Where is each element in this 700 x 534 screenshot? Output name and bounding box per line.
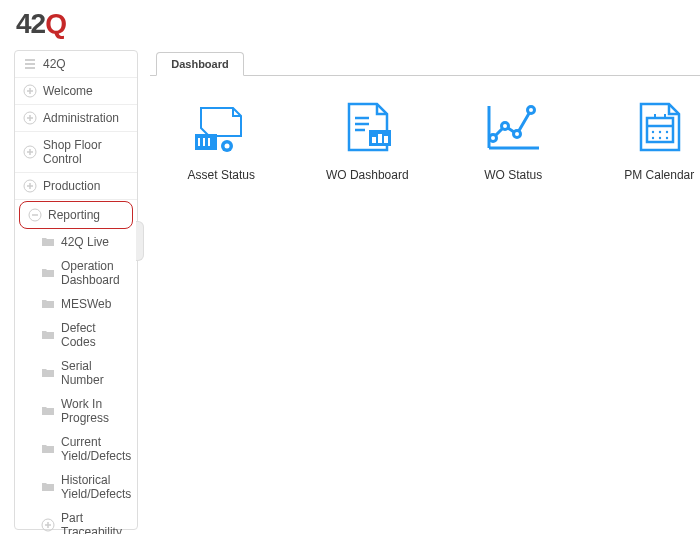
plus-icon — [23, 111, 37, 125]
content-area: Dashboard Asset Status — [138, 50, 700, 534]
sidebar-item-reporting[interactable]: Reporting — [19, 201, 133, 229]
sidebar-item-label: Welcome — [43, 84, 93, 98]
svg-point-54 — [666, 137, 668, 139]
svg-point-52 — [652, 137, 654, 139]
folder-icon — [41, 297, 55, 311]
tile-label: WO Status — [458, 168, 568, 182]
folder-icon — [41, 480, 55, 494]
sidebar-sub-serial-number[interactable]: Serial Number — [35, 354, 137, 392]
brand-part-2: Q — [45, 8, 66, 39]
tile-wo-dashboard[interactable]: WO Dashboard — [312, 100, 422, 182]
tab-dashboard[interactable]: Dashboard — [156, 52, 243, 76]
folder-icon — [41, 366, 55, 380]
sidebar-sub-operation-dashboard[interactable]: Operation Dashboard — [35, 254, 137, 292]
sidebar-item-administration[interactable]: Administration — [15, 105, 137, 132]
wo-dashboard-icon — [335, 100, 399, 156]
wo-status-icon — [481, 100, 545, 156]
plus-icon — [23, 145, 37, 159]
svg-point-44 — [528, 107, 535, 114]
sidebar-item-label: 42Q Live — [61, 235, 109, 249]
sidebar-item-label: Operation Dashboard — [61, 259, 131, 287]
folder-icon — [41, 266, 55, 280]
folder-icon — [41, 328, 55, 342]
svg-point-53 — [659, 137, 661, 139]
sidebar-item-welcome[interactable]: Welcome — [15, 78, 137, 105]
folder-icon — [41, 235, 55, 249]
sidebar-sub-42q-live[interactable]: 42Q Live — [35, 230, 137, 254]
svg-point-42 — [502, 123, 509, 130]
sidebar-sub-part-traceability[interactable]: Part Traceability — [35, 506, 137, 534]
sidebar-item-label: MESWeb — [61, 297, 111, 311]
sidebar-item-root[interactable]: 42Q — [15, 51, 137, 78]
svg-rect-36 — [372, 137, 376, 143]
svg-rect-37 — [378, 134, 382, 143]
svg-point-31 — [225, 144, 230, 149]
tile-wo-status[interactable]: WO Status — [458, 100, 568, 182]
sidebar-sub-historical-yield[interactable]: Historical Yield/Defects — [35, 468, 137, 506]
brand-logo: 42Q — [16, 8, 684, 40]
minus-icon — [28, 208, 42, 222]
sidebar-sub-mesweb[interactable]: MESWeb — [35, 292, 137, 316]
sidebar-item-label: Shop Floor Control — [43, 138, 129, 166]
pm-calendar-icon — [627, 100, 691, 156]
brand-part-1: 42 — [16, 8, 45, 39]
sidebar-item-label: Reporting — [48, 208, 100, 222]
sidebar-item-label: 42Q — [43, 57, 66, 71]
tile-asset-status[interactable]: Asset Status — [166, 100, 276, 182]
tile-label: Asset Status — [166, 168, 276, 182]
tile-label: PM Calendar — [604, 168, 700, 182]
tab-bar: Dashboard — [150, 52, 700, 76]
sidebar-reporting-children: 42Q Live Operation Dashboard MESWeb Defe… — [15, 230, 137, 534]
sidebar-item-label: Production — [43, 179, 100, 193]
svg-point-51 — [666, 131, 668, 133]
sidebar-sub-current-yield[interactable]: Current Yield/Defects — [35, 430, 137, 468]
svg-point-41 — [490, 135, 497, 142]
list-icon — [23, 57, 37, 71]
sidebar-sub-work-in-progress[interactable]: Work In Progress — [35, 392, 137, 430]
sidebar-item-label: Current Yield/Defects — [61, 435, 131, 463]
sidebar-item-label: Part Traceability — [61, 511, 131, 534]
sidebar-item-shop-floor-control[interactable]: Shop Floor Control — [15, 132, 137, 173]
tile-label: WO Dashboard — [312, 168, 422, 182]
plus-icon — [23, 179, 37, 193]
dashboard-tiles: Asset Status WO Dash — [150, 76, 700, 206]
app-header: 42Q — [0, 0, 700, 50]
sidebar-item-label: Serial Number — [61, 359, 131, 387]
svg-point-49 — [652, 131, 654, 133]
sidebar-item-label: Historical Yield/Defects — [61, 473, 131, 501]
asset-status-icon — [189, 100, 253, 156]
sidebar: 42Q Welcome Administration Shop Floor Co… — [14, 50, 138, 530]
folder-icon — [41, 442, 55, 456]
sidebar-item-label: Administration — [43, 111, 119, 125]
svg-point-43 — [514, 131, 521, 138]
tile-pm-calendar[interactable]: PM Calendar — [604, 100, 700, 182]
plus-icon — [41, 518, 55, 532]
sidebar-sub-defect-codes[interactable]: Defect Codes — [35, 316, 137, 354]
plus-icon — [23, 84, 37, 98]
svg-point-50 — [659, 131, 661, 133]
svg-rect-38 — [384, 136, 388, 143]
sidebar-item-label: Defect Codes — [61, 321, 131, 349]
sidebar-item-production[interactable]: Production — [15, 173, 137, 200]
sidebar-item-label: Work In Progress — [61, 397, 131, 425]
folder-icon — [41, 404, 55, 418]
